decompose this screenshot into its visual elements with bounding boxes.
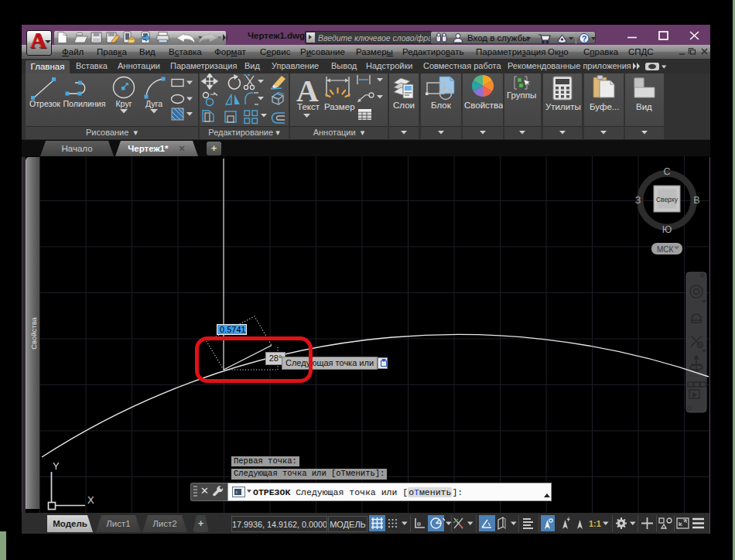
svg-text:З: З [635, 195, 641, 206]
svg-text:Круг: Круг [115, 99, 132, 108]
svg-text:Y: Y [53, 460, 60, 472]
svg-text:С: С [663, 166, 670, 177]
svg-text:Утилиты: Утилиты [545, 102, 581, 111]
svg-text:Размер: Размер [324, 102, 355, 111]
svg-text:Вид: Вид [636, 102, 652, 111]
svg-text:Полилиния: Полилиния [63, 99, 106, 108]
svg-text:Дуга: Дуга [145, 99, 162, 108]
svg-text:Свойства: Свойства [464, 101, 503, 110]
svg-text:Блок: Блок [431, 101, 452, 110]
svg-text:Текст: Текст [297, 102, 320, 111]
svg-text:Слои: Слои [393, 101, 415, 110]
svg-text:Группы: Группы [507, 90, 536, 100]
svg-text:Вход в службы: Вход в службы [467, 33, 529, 43]
svg-text:Отрезок: Отрезок [29, 99, 60, 108]
svg-text:1:1: 1:1 [589, 519, 601, 528]
svg-text:МСК: МСК [657, 245, 674, 254]
svg-text:X: X [87, 494, 94, 506]
svg-text:Сверху: Сверху [656, 196, 679, 203]
svg-text:В: В [693, 195, 699, 206]
svg-text:Буфе...: Буфе... [590, 102, 619, 111]
svg-text:Ю: Ю [662, 224, 672, 235]
svg-text:?: ? [582, 34, 586, 43]
